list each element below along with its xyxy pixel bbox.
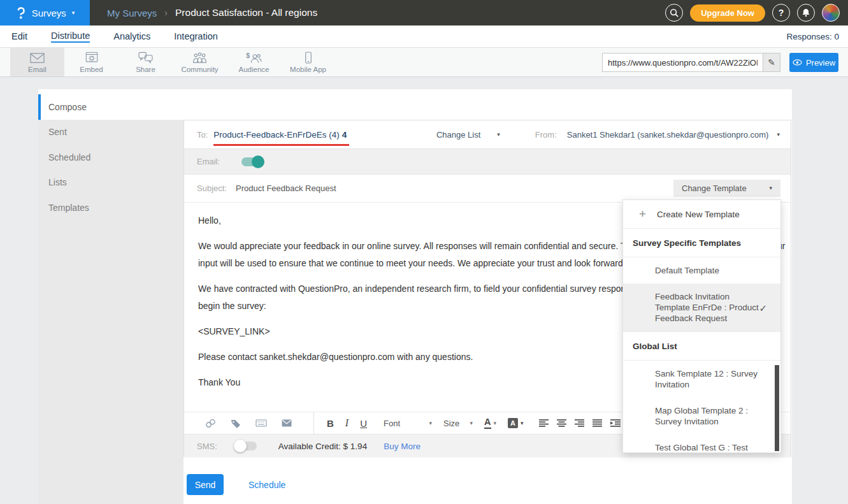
pencil-icon: ✎ xyxy=(768,57,775,68)
align-left-button[interactable] xyxy=(539,419,549,427)
nav-tab-edit[interactable]: Edit xyxy=(11,31,27,42)
chevron-down-icon: ▾ xyxy=(494,421,497,426)
template-option-default[interactable]: Default Template xyxy=(623,257,780,284)
italic-button[interactable]: I xyxy=(345,417,349,429)
survey-url-field: ✎ xyxy=(602,53,780,72)
to-list-value[interactable]: Product-Feedback-EnFrDeEs (4)4 xyxy=(213,129,347,140)
template-option-map-global-template-2[interactable]: Map Global Template 2 : Survey Invitatio… xyxy=(623,398,780,435)
audience-dollar-people-icon: $ xyxy=(246,51,262,64)
email-envelope-icon xyxy=(30,51,45,64)
subject-label: Subject: xyxy=(197,184,227,193)
editor-format-group: B I U Font ▾ Size ▾ A ▾ xyxy=(314,412,639,434)
channel-bar: Email Embed Share Community xyxy=(0,48,848,77)
page: Surveys ▾ My Surveys › Product Satisfact… xyxy=(0,0,848,504)
bold-button[interactable]: B xyxy=(327,418,334,429)
chevron-down-icon: ▾ xyxy=(429,421,432,426)
font-family-dropdown[interactable]: Font ▾ xyxy=(384,419,432,428)
align-center-button[interactable] xyxy=(557,419,566,427)
nav-tab-integration[interactable]: Integration xyxy=(174,31,218,42)
change-list-button[interactable]: Change List ▾ xyxy=(436,130,500,140)
survey-url-input[interactable] xyxy=(602,53,763,72)
available-credit: Available Credit: $ 1.94 xyxy=(278,442,367,451)
email-toggle-label: Email: xyxy=(197,157,220,166)
email-toggle-row: Email: xyxy=(184,148,791,175)
text-color-button[interactable]: A ▾ xyxy=(484,417,496,429)
breadcrumb-my-surveys[interactable]: My Surveys xyxy=(107,8,157,18)
channel-tab-embed[interactable]: Embed xyxy=(64,48,119,76)
insert-email-template-button[interactable] xyxy=(282,419,292,427)
sidebar-item-templates[interactable]: Templates xyxy=(38,195,183,220)
sms-toggle[interactable] xyxy=(235,442,257,450)
insert-merge-field-button[interactable] xyxy=(255,419,267,427)
tag-icon xyxy=(231,419,241,428)
editor-insert-group xyxy=(184,412,314,434)
chevron-down-icon: ▾ xyxy=(470,421,473,426)
align-right-button[interactable] xyxy=(575,419,584,427)
toggle-knob xyxy=(252,155,264,168)
responses-counter: Responses: 0 xyxy=(786,32,839,41)
community-people-icon xyxy=(192,51,208,64)
chevron-down-icon: ▾ xyxy=(72,10,75,16)
chevron-down-icon: ▾ xyxy=(521,421,524,426)
survey-nav: Edit Distribute Analytics Integration Re… xyxy=(0,25,848,48)
email-toggle[interactable] xyxy=(241,157,263,166)
template-option-test-global-test-g[interactable]: Test Global Test G : Test RAA G xyxy=(623,435,780,453)
app-menu-surveys[interactable]: Surveys ▾ xyxy=(0,0,90,25)
buy-more-link[interactable]: Buy More xyxy=(384,442,420,451)
sidebar-item-compose[interactable]: Compose xyxy=(38,94,183,120)
search-button[interactable] xyxy=(665,4,683,22)
preview-button[interactable]: Preview xyxy=(789,53,838,72)
insert-tag-button[interactable] xyxy=(231,419,241,428)
keyboard-icon xyxy=(255,419,267,427)
template-option-sank-template-12[interactable]: Sank Template 12 : Survey Invitation xyxy=(623,361,780,398)
help-button[interactable]: ? xyxy=(772,4,790,22)
insert-link-button[interactable] xyxy=(205,419,216,428)
channel-tab-share[interactable]: Share xyxy=(119,48,173,76)
from-label: From: xyxy=(535,130,557,140)
underline-button[interactable]: U xyxy=(360,418,367,429)
user-avatar[interactable] xyxy=(822,4,840,22)
notifications-button[interactable] xyxy=(797,4,815,22)
from-sender-value[interactable]: Sanket1 Shekdar1 (sanket.shekdar@questio… xyxy=(567,130,769,140)
header-actions: Upgrade Now ? xyxy=(665,4,848,22)
bell-icon xyxy=(801,8,811,18)
nav-tab-analytics[interactable]: Analytics xyxy=(113,31,150,42)
sidebar-top-strip xyxy=(38,89,183,94)
global-list-header: Global List xyxy=(623,332,780,361)
create-new-template-item[interactable]: + Create New Template xyxy=(623,200,780,229)
sidebar-item-lists[interactable]: Lists xyxy=(38,170,183,196)
channel-tab-mobile-app[interactable]: Mobile App xyxy=(281,48,335,76)
page-title: Product Satisfaction - All regions xyxy=(175,7,317,18)
search-icon xyxy=(669,8,680,18)
channel-tab-email[interactable]: Email xyxy=(10,48,64,76)
chevron-down-icon[interactable]: ▾ xyxy=(777,132,780,138)
sidebar-item-sent[interactable]: Sent xyxy=(38,120,183,145)
chevron-down-icon: ▾ xyxy=(769,185,772,191)
survey-specific-templates-header: Survey Specific Templates xyxy=(623,229,780,257)
eye-icon xyxy=(793,59,802,66)
channel-tab-community[interactable]: Community xyxy=(173,48,227,76)
from-field: From: Sanket1 Shekdar1 (sanket.shekdar@q… xyxy=(535,130,780,140)
template-option-feedback-invitation[interactable]: Feedback Invitation Template EnFrDe : Pr… xyxy=(623,284,780,331)
sidebar-item-scheduled[interactable]: Scheduled xyxy=(38,145,183,170)
check-icon: ✓ xyxy=(759,302,767,313)
sms-toggle-label: SMS: xyxy=(197,442,217,451)
edit-url-button[interactable]: ✎ xyxy=(763,53,780,72)
schedule-link[interactable]: Schedule xyxy=(248,480,285,490)
change-template-button[interactable]: Change Template ▾ xyxy=(673,180,780,197)
channel-tab-audience[interactable]: $ Audience xyxy=(227,48,281,76)
nav-tab-distribute[interactable]: Distribute xyxy=(51,31,90,43)
link-icon xyxy=(205,419,216,428)
plus-icon: + xyxy=(639,207,646,221)
indent-button[interactable] xyxy=(610,419,621,427)
align-justify-button[interactable] xyxy=(593,419,602,427)
background-color-button[interactable]: A ▾ xyxy=(508,418,524,428)
send-actions: Send Schedule xyxy=(187,474,285,495)
to-underline xyxy=(213,144,349,146)
font-size-dropdown[interactable]: Size ▾ xyxy=(443,419,473,428)
send-button[interactable]: Send xyxy=(187,474,224,495)
dropdown-scrollbar[interactable] xyxy=(775,365,779,451)
subject-input[interactable]: Product Feedback Request xyxy=(236,184,336,193)
breadcrumb-separator-icon: › xyxy=(164,8,168,18)
upgrade-now-button[interactable]: Upgrade Now xyxy=(690,4,765,22)
